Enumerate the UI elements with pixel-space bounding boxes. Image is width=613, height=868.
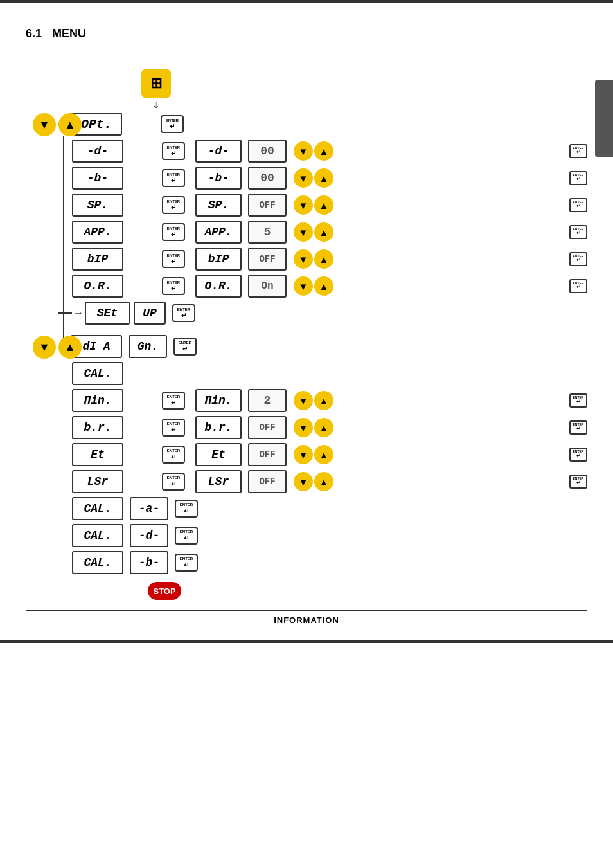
sp-label: SP. — [72, 194, 123, 217]
enter-or[interactable]: ENTER ↵ — [162, 277, 185, 295]
enter-d2[interactable]: ENTER ↵ — [569, 144, 587, 158]
or-up-btn[interactable]: ▲ — [314, 276, 333, 296]
enter-app2[interactable]: ENTER ↵ — [569, 225, 587, 239]
sp-value: OFF — [248, 194, 287, 217]
enter-lsr2[interactable]: ENTER ↵ — [569, 475, 587, 489]
et-up-btn[interactable]: ▲ — [314, 445, 333, 464]
app-down-btn[interactable]: ▼ — [294, 222, 313, 242]
row-cal-d: CAL. -d- ENTER ↵ — [72, 524, 587, 547]
enter-opt[interactable]: ENTER ↵ — [161, 115, 184, 133]
et-down-btn[interactable]: ▼ — [294, 445, 313, 464]
cal-a-label: CAL. — [72, 497, 123, 520]
vert-connector-1 — [63, 136, 64, 354]
d-label2: -d- — [195, 140, 242, 163]
row-set: → SEt UP ENTER ↵ — [58, 302, 587, 325]
bip-up-btn[interactable]: ▲ — [314, 249, 333, 269]
et-value: OFF — [248, 443, 287, 466]
or-value: On — [248, 275, 287, 298]
b-label2: -b- — [195, 167, 242, 190]
enter-lsr[interactable]: ENTER ↵ — [162, 473, 185, 491]
group2-down-btn[interactable]: ▼ — [33, 336, 56, 359]
enter-sp[interactable]: ENTER ↵ — [162, 196, 185, 214]
group1-up-btn[interactable]: ▲ — [58, 113, 82, 136]
down-arrow-indicator: ⇓ — [152, 100, 587, 110]
or-label2: O.R. — [195, 275, 242, 298]
enter-br[interactable]: ENTER ↵ — [162, 419, 185, 437]
br-up-btn[interactable]: ▲ — [314, 418, 333, 437]
enter-min2[interactable]: ENTER ↵ — [569, 393, 587, 408]
min-label: Πin. — [72, 389, 123, 412]
et-label2: Et — [195, 443, 242, 466]
row-cal-main: CAL. — [72, 362, 587, 385]
group2-nav: ▼ ▲ — [32, 335, 82, 359]
gn-label: Gn. — [129, 335, 167, 358]
enter-bip[interactable]: ENTER ↵ — [162, 250, 185, 268]
group1-down-btn[interactable]: ▼ — [33, 113, 56, 136]
page-content: 6.1 MENU ⊞ ⇓ ▼ ▲ OPt. — [0, 3, 613, 640]
row-sp: SP. ENTER ↵ SP. OFF ▼ ▲ ENTER ↵ — [72, 194, 587, 217]
arrow-set — [67, 312, 72, 314]
app-label: APP. — [72, 221, 123, 244]
row-cal-a: CAL. -a- ENTER ↵ — [72, 497, 587, 520]
enter-set[interactable]: ENTER ↵ — [172, 304, 195, 322]
sp-down-btn[interactable]: ▼ — [294, 195, 313, 215]
enter-et[interactable]: ENTER ↵ — [162, 446, 185, 464]
row-min: Πin. ENTER ↵ Πin. 2 ▼ ▲ ENTER ↵ — [72, 389, 587, 412]
stop-btn[interactable]: STOP — [148, 582, 181, 600]
row-br: b.r. ENTER ↵ b.r. OFF ▼ ▲ ENTER ↵ — [72, 416, 587, 439]
cal-main-label: CAL. — [72, 362, 123, 385]
lsr-up-btn[interactable]: ▲ — [314, 472, 333, 491]
sp-label2: SP. — [195, 194, 242, 217]
up-label: UP — [134, 302, 166, 325]
enter-cal-a[interactable]: ENTER ↵ — [175, 500, 198, 518]
b-up-btn[interactable]: ▲ — [314, 168, 333, 188]
row-or: O.R. ENTER ↵ O.R. On ▼ ▲ ENTER ↵ — [72, 275, 587, 298]
enter-cal-d[interactable]: ENTER ↵ — [175, 527, 198, 545]
b-label: -b- — [72, 167, 123, 190]
app-up-btn[interactable]: ▲ — [314, 222, 333, 242]
or-down-btn[interactable]: ▼ — [294, 276, 313, 296]
row-cal-b: CAL. -b- ENTER ↵ — [72, 551, 587, 574]
enter-cal-b[interactable]: ENTER ↵ — [175, 554, 198, 572]
bip-down-btn[interactable]: ▼ — [294, 249, 313, 269]
enter-d[interactable]: ENTER ↵ — [162, 142, 185, 160]
br-value: OFF — [248, 416, 287, 439]
row-lsr: LSr ENTER ↵ LSr OFF ▼ ▲ ENTER ↵ — [72, 470, 587, 493]
group1-nav: ▼ ▲ — [32, 113, 82, 137]
lsr-label2: LSr — [195, 470, 242, 493]
min-label2: Πin. — [195, 389, 242, 412]
min-value: 2 — [248, 389, 287, 412]
set-label: SEt — [85, 302, 130, 325]
row-et: Et ENTER ↵ Et OFF ▼ ▲ ENTER ↵ — [72, 443, 587, 466]
sp-up-btn[interactable]: ▲ — [314, 195, 333, 215]
b-value: 00 — [248, 167, 287, 190]
br-down-btn[interactable]: ▼ — [294, 418, 313, 437]
enter-b[interactable]: ENTER ↵ — [162, 169, 185, 187]
horiz-set-line — [58, 312, 67, 314]
section-number: 6.1 — [26, 27, 42, 41]
row-opt: OPt. ENTER ↵ — [58, 113, 587, 136]
d-down-btn[interactable]: ▼ — [294, 141, 313, 161]
enter-b2[interactable]: ENTER ↵ — [569, 171, 587, 185]
enter-br2[interactable]: ENTER ↵ — [569, 420, 587, 435]
menu-icon: ⊞ — [141, 69, 171, 98]
row-b: -b- ENTER ↵ -b- 00 ▼ ▲ ENTER ↵ — [72, 167, 587, 190]
d-up-btn[interactable]: ▲ — [314, 141, 333, 161]
enter-app[interactable]: ENTER ↵ — [162, 223, 185, 241]
b-down-btn[interactable]: ▼ — [294, 168, 313, 188]
enter-or2[interactable]: ENTER ↵ — [569, 279, 587, 293]
min-down-btn[interactable]: ▼ — [294, 391, 313, 410]
lsr-down-btn[interactable]: ▼ — [294, 472, 313, 491]
enter-dir[interactable]: ENTER ↵ — [173, 338, 197, 356]
group2-up-btn[interactable]: ▲ — [58, 336, 82, 359]
et-label: Et — [72, 443, 123, 466]
bottom-border — [0, 640, 613, 643]
enter-sp2[interactable]: ENTER ↵ — [569, 198, 587, 212]
enter-bip2[interactable]: ENTER ↵ — [569, 252, 587, 266]
enter-et2[interactable]: ENTER ↵ — [569, 448, 587, 462]
lsr-label: LSr — [72, 470, 123, 493]
br-label2: b.r. — [195, 416, 242, 439]
enter-min[interactable]: ENTER ↵ — [162, 392, 185, 410]
app-label2: APP. — [195, 221, 242, 244]
min-up-btn[interactable]: ▲ — [314, 391, 333, 410]
